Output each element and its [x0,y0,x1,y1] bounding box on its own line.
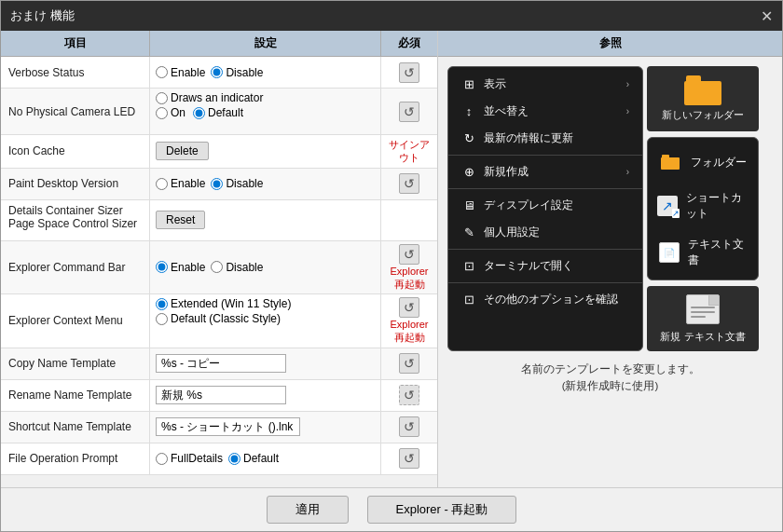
table-row: Icon Cache Delete サインアウト [1,135,437,169]
main-content: 項目 設定 必須 Verbose Status Enable Disable [1,31,782,487]
folder-sm-icon [661,155,680,170]
context-menu: ⊞ 表示 › ↕ 並べ替え › ↻ 最新の情報に更新 [447,66,643,351]
submenu-shortcut[interactable]: ↗ ショートカット [648,183,758,229]
menu-sep-3 [448,249,642,250]
ecm-required: Explorer再起動 [391,318,429,345]
shortcut-name-reset[interactable]: ↺ [399,416,419,437]
refresh-icon: ↻ [461,131,476,146]
col-setting: 設定 [150,31,381,56]
file-op-prompt-reset[interactable]: ↺ [399,448,419,469]
explorer-context-menu-input: Extended (Win 11 Style) Default (Classic… [150,294,381,348]
paint-desktop-input: Enable Disable [150,169,381,199]
new-txt-label: 新規 テキスト文書 [660,330,745,344]
txt-icon: 📄 [657,239,680,266]
table-row: Verbose Status Enable Disable ↺ [1,57,437,89]
shortcut-name-action: ↺ [381,412,437,443]
reference-header: 参照 [438,31,782,57]
copy-name-field[interactable] [156,354,286,373]
table-row: File Operation Prompt FullDetails Defaul… [1,443,437,475]
details-sizer-label: Details Container Sizer Page Space Contr… [1,200,150,240]
ecb-disable-radio[interactable]: Disable [211,261,263,274]
copy-name-action: ↺ [381,348,437,379]
new-folder-icon [684,75,721,102]
folder-icon [657,149,683,175]
new-folder-label: 新しいフォルダー [662,108,744,122]
menu-item-more[interactable]: ⊡ その他のオプションを確認 [448,286,642,313]
paint-disable-radio[interactable]: Disable [211,177,263,190]
left-panel: 項目 設定 必須 Verbose Status Enable Disable [1,31,437,487]
disable-radio[interactable]: Disable [211,66,263,79]
menu-item-show[interactable]: ⊞ 表示 › [448,71,642,98]
txt-sm-icon: 📄 [659,242,680,263]
classic-radio[interactable]: Default (Classic Style) [156,312,281,325]
menu-sep-4 [448,282,642,283]
explorer-restart-button[interactable]: Explorer - 再起動 [367,496,517,524]
camera-led-input: Draws an indicator On Default [150,89,381,134]
rename-name-input [150,380,381,411]
shortcut-name-input [150,412,381,443]
menu-sep-2 [448,188,642,189]
terminal-icon: ⊡ [461,259,476,274]
table-row: Copy Name Template ↺ [1,348,437,380]
close-button[interactable]: ✕ [761,7,773,25]
submenu-txt[interactable]: 📄 テキスト文書 [648,229,758,276]
new-txt-box: 新規 テキスト文書 [647,286,759,351]
ecb-reset[interactable]: ↺ [399,244,419,265]
camera-led-label: No Physical Camera LED [1,89,150,134]
enable-radio[interactable]: Enable [156,66,205,79]
apply-button[interactable]: 適用 [267,496,349,524]
fulldetails-radio[interactable]: FullDetails [156,452,223,465]
ecm-reset[interactable]: ↺ [399,297,419,318]
rename-name-label: Rename Name Template [1,380,150,411]
show-icon: ⊞ [461,77,476,92]
main-window: おまけ 機能 ✕ 項目 設定 必須 Verbose Status Enable [0,0,783,532]
icon-cache-delete-button[interactable]: Delete [156,142,209,160]
default-radio[interactable]: Default [193,106,243,119]
rename-name-reset[interactable]: ↺ [399,385,419,405]
footer: 適用 Explorer - 再起動 [1,487,782,531]
menu-item-personalize[interactable]: ✎ 個人用設定 [448,219,642,246]
submenu-folder[interactable]: フォルダー [648,142,758,183]
new-arrow: › [626,167,629,177]
right-side-panels: 新しいフォルダー フォルダー [647,66,759,351]
copy-name-reset[interactable]: ↺ [399,353,419,374]
table-row: Details Container Sizer Page Space Contr… [1,200,437,241]
rename-name-action: ↺ [381,380,437,411]
extended-radio[interactable]: Extended (Win 11 Style) [156,297,291,310]
new-txt-icon [686,294,720,324]
paint-desktop-reset[interactable]: ↺ [399,173,419,194]
shortcut-name-field[interactable] [156,417,300,436]
table-header: 項目 設定 必須 [1,31,437,57]
shortcut-icon: ↗ [657,193,679,219]
paint-desktop-action: ↺ [381,169,437,199]
menu-item-terminal[interactable]: ⊡ ターミナルで開く [448,252,642,280]
explorer-command-bar-label: Explorer Command Bar [1,241,150,294]
icon-cache-input: Delete [150,135,381,168]
table-row: Rename Name Template ↺ [1,380,437,412]
sort-arrow: › [626,106,629,116]
more-icon: ⊡ [461,293,476,307]
show-arrow: › [626,79,629,89]
col-required: 必須 [381,31,437,56]
fop-default-radio[interactable]: Default [228,452,279,465]
copy-name-input [150,348,381,379]
camera-led-action: ↺ [381,89,437,134]
menu-item-new[interactable]: ⊕ 新規作成 › [448,158,642,185]
verbose-status-reset[interactable]: ↺ [399,62,419,83]
paint-enable-radio[interactable]: Enable [156,177,205,190]
table-row: Shortcut Name Template ↺ [1,412,437,443]
icon-cache-label: Icon Cache [1,135,150,168]
on-radio[interactable]: On [156,106,185,119]
menu-item-refresh[interactable]: ↻ 最新の情報に更新 [448,125,642,152]
rename-name-field[interactable] [156,386,286,404]
camera-led-reset[interactable]: ↺ [399,102,419,122]
menu-item-sort[interactable]: ↕ 並べ替え › [448,98,642,125]
details-sizer-input: Reset [150,200,381,240]
personalize-icon: ✎ [461,225,476,240]
ecb-enable-radio[interactable]: Enable [156,261,205,274]
sort-icon: ↕ [461,104,476,119]
camera-second-row: On Default [156,106,243,119]
menu-item-display[interactable]: 🖥 ディスプレイ設定 [448,192,642,219]
draws-radio[interactable]: Draws an indicator [156,91,263,104]
details-sizer-reset-button[interactable]: Reset [156,211,205,229]
